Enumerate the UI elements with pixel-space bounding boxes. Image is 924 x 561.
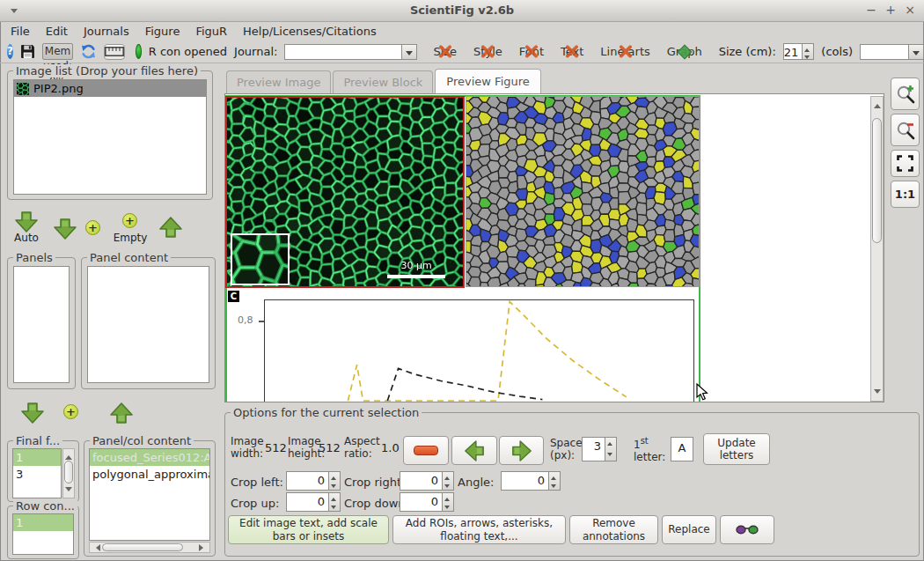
image-filename: PIP2.png	[33, 82, 84, 95]
crop-down-value[interactable]: 0	[400, 492, 443, 512]
list-item[interactable]: 1	[13, 514, 73, 531]
replace-button[interactable]: Replace	[662, 515, 716, 544]
tab-preview-image[interactable]: Preview Image	[226, 70, 331, 93]
minimize-button[interactable]: −	[864, 3, 878, 17]
journal-value[interactable]	[284, 44, 402, 60]
spin-buttons[interactable]	[605, 437, 617, 461]
spin-up-icon	[803, 44, 813, 52]
spin-up-icon	[329, 472, 340, 481]
image-width-label: Image width:	[231, 436, 269, 461]
panel-content-list[interactable]	[87, 266, 209, 383]
add-rois-button[interactable]: Add ROIs, arrows, asterisks, floating te…	[392, 515, 566, 544]
add-empty-plus-button[interactable]: +	[122, 213, 137, 228]
row-content-list[interactable]: 1	[12, 513, 74, 555]
menu-file[interactable]: File	[11, 25, 30, 38]
tab-preview-block[interactable]: Preview Block	[333, 70, 433, 93]
journal-dropdown-arrow-icon[interactable]	[402, 44, 417, 60]
final-figure-list[interactable]: 1 3	[12, 448, 62, 498]
maximize-button[interactable]: +	[884, 3, 898, 17]
menu-figure[interactable]: Figure	[145, 25, 180, 38]
angle-value[interactable]: 0	[501, 471, 549, 491]
zoom-1to1-button[interactable]: 1:1	[891, 181, 920, 208]
help-icon[interactable]: ?	[7, 44, 13, 59]
panel-col-content-list[interactable]: focused_Series012:A polygonal_approximat…	[89, 448, 210, 541]
close-button[interactable]: ×	[903, 3, 917, 17]
move-right-button[interactable]	[499, 436, 544, 465]
panel-move-down-arrow-button[interactable]	[21, 402, 44, 428]
remove-panel-button[interactable]	[403, 436, 449, 465]
spin-buttons[interactable]	[549, 471, 561, 491]
journal-combobox[interactable]	[284, 44, 417, 60]
panel-add-plus-button[interactable]: +	[63, 404, 78, 419]
space-px-spinner[interactable]: 3	[582, 437, 617, 461]
crop-up-spinner[interactable]: 0	[286, 492, 341, 512]
cols-combobox[interactable]	[860, 44, 924, 60]
size-cm-spinner[interactable]: 21	[783, 43, 815, 60]
crop-left-spinner[interactable]: 0	[286, 471, 341, 491]
spin-buttons[interactable]	[329, 492, 341, 512]
cols-value[interactable]	[860, 44, 909, 60]
crop-left-value[interactable]: 0	[286, 471, 329, 491]
list-item[interactable]: 3	[13, 466, 61, 483]
crop-down-spinner[interactable]: 0	[400, 492, 454, 512]
panel-col-scrollbar[interactable]	[89, 542, 210, 553]
move-up-arrow-button[interactable]	[159, 216, 182, 242]
crop-up-label: Crop up:	[231, 497, 279, 510]
spin-buttons[interactable]	[443, 471, 454, 491]
glasses-preview-button[interactable]	[720, 515, 774, 544]
panel-move-up-arrow-button[interactable]	[110, 402, 133, 428]
scrollbar-thumb[interactable]	[64, 461, 73, 483]
remove-annotations-button[interactable]: Remove annotations	[569, 515, 658, 544]
angle-spinner[interactable]: 0	[501, 471, 561, 491]
size-cm-spin-buttons[interactable]	[803, 43, 814, 60]
menu-journals[interactable]: Journals	[84, 25, 129, 38]
scrollbar-thumb[interactable]	[872, 118, 882, 243]
panels-list[interactable]	[13, 266, 70, 383]
spin-buttons[interactable]	[329, 471, 341, 491]
panel-col-content-legend: Panel/col content	[90, 434, 194, 447]
options-legend: Options for the current selection	[231, 406, 422, 419]
crop-right-spinner[interactable]: 0	[400, 471, 454, 491]
aspect-ratio-label: Aspect ratio:	[344, 436, 385, 461]
menu-edit[interactable]: Edit	[46, 25, 68, 38]
preview-vertical-scrollbar[interactable]	[870, 96, 884, 402]
save-icon[interactable]	[20, 44, 35, 59]
crop-right-label: Crop right:	[344, 476, 405, 489]
size-cm-value[interactable]: 21	[783, 43, 803, 60]
list-item[interactable]: PIP2.png	[14, 80, 206, 97]
list-item[interactable]: focused_Series012:A	[90, 449, 209, 466]
menu-help[interactable]: Help/Licenses/Citations	[243, 25, 377, 38]
move-down-arrow-button[interactable]	[54, 218, 77, 244]
list-item[interactable]: polygonal_approximation_	[90, 466, 209, 483]
preview-canvas[interactable]: 30 µm C 0,8	[224, 93, 884, 402]
crop-right-value[interactable]: 0	[400, 471, 443, 491]
fit-to-window-button[interactable]	[891, 150, 920, 177]
refresh-icon[interactable]	[80, 43, 97, 60]
scrollbar-thumb[interactable]	[102, 543, 183, 551]
panels-legend: Panels	[13, 251, 55, 264]
add-plus-button[interactable]: +	[85, 220, 100, 235]
zoom-out-button[interactable]	[891, 114, 920, 146]
menu-figur[interactable]: FiguR	[195, 25, 227, 38]
segmentation-image-panel[interactable]	[466, 97, 699, 286]
final-figure-scrollbar[interactable]	[62, 448, 75, 498]
spin-buttons[interactable]	[443, 492, 454, 512]
spin-down-icon	[549, 481, 560, 490]
image-height-value: 512	[319, 441, 341, 454]
crop-up-value[interactable]: 0	[286, 492, 329, 512]
tab-preview-figure[interactable]: Preview Figure	[435, 69, 540, 93]
flag-text: Text	[561, 45, 583, 58]
ruler-button[interactable]	[104, 44, 125, 60]
panels-group: Panels	[7, 257, 76, 389]
spin-up-icon	[443, 493, 453, 502]
list-item[interactable]: 1	[13, 449, 61, 466]
space-px-value[interactable]: 3	[582, 437, 605, 461]
image-list[interactable]: PIP2.png	[13, 79, 207, 195]
first-letter-field[interactable]: A	[671, 437, 693, 461]
cols-dropdown-arrow-icon[interactable]	[909, 44, 924, 60]
move-left-button[interactable]	[451, 436, 497, 465]
scientifig-window: { "window": { "title": "ScientiFig v2.6b…	[0, 0, 924, 561]
zoom-in-button[interactable]	[891, 78, 920, 110]
update-letters-button[interactable]: Update letters	[703, 433, 770, 465]
edit-image-text-button[interactable]: Edit image text, add scale bars or inset…	[228, 515, 389, 544]
